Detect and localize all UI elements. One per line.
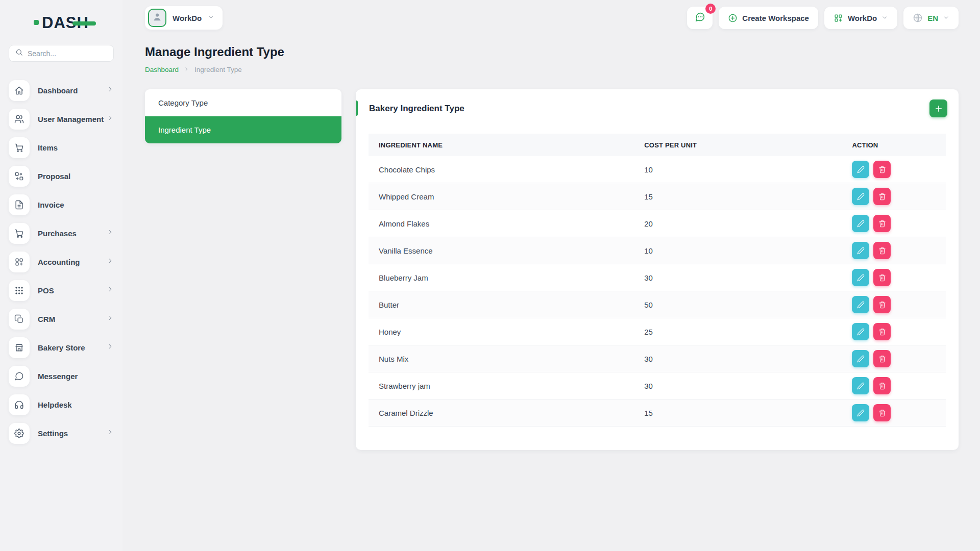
sidebar-item-items[interactable]: Items	[9, 133, 114, 162]
trash-icon	[878, 166, 886, 173]
delete-button[interactable]	[873, 242, 891, 259]
delete-button[interactable]	[873, 188, 891, 205]
chat-icon	[14, 371, 24, 381]
type-panel-item-ingredient-type[interactable]: Ingredient Type	[145, 116, 341, 143]
sidebar-item-user-management[interactable]: User Management	[9, 105, 114, 133]
table-row: Chocolate Chips 10	[369, 156, 946, 183]
ingredient-name-cell: Caramel Drizzle	[369, 399, 634, 427]
table-row: Whipped Cream 15	[369, 183, 946, 210]
trash-icon	[878, 193, 886, 201]
trash-icon	[878, 247, 886, 255]
edit-button[interactable]	[852, 242, 869, 259]
copy-icon	[14, 314, 24, 324]
sidebar-item-label: Accounting	[38, 258, 107, 266]
store-icon	[14, 343, 24, 353]
workspace-selector[interactable]: WorkDo	[145, 6, 223, 30]
sidebar-item-proposal[interactable]: Proposal	[9, 162, 114, 190]
app-switcher-label: WorkDo	[848, 14, 877, 22]
logo-dot-icon	[34, 20, 39, 25]
edit-button[interactable]	[852, 269, 869, 286]
delete-button[interactable]	[873, 404, 891, 421]
sidebar-item-purchases[interactable]: Purchases	[9, 219, 114, 247]
chevron-right-icon	[107, 314, 114, 323]
edit-button[interactable]	[852, 404, 869, 421]
sidebar-item-accounting[interactable]: Accounting	[9, 247, 114, 276]
chevron-right-icon	[107, 257, 114, 266]
sidebar-search	[9, 45, 114, 62]
invoice-icon	[14, 200, 24, 210]
cost-per-unit-cell: 50	[634, 291, 842, 318]
table-row: Nuts Mix 30	[369, 345, 946, 372]
ingredient-name-cell: Honey	[369, 318, 634, 345]
sidebar-item-dashboard[interactable]: Dashboard	[9, 76, 114, 105]
sidebar-item-bakery-store[interactable]: Bakery Store	[9, 333, 114, 362]
sidebar-item-label: Dashboard	[38, 86, 107, 95]
edit-button[interactable]	[852, 215, 869, 232]
chevron-right-icon	[107, 86, 114, 95]
search-icon	[15, 48, 23, 58]
proposal-icon	[14, 171, 24, 181]
sidebar-item-crm[interactable]: CRM	[9, 305, 114, 333]
delete-button[interactable]	[873, 377, 891, 394]
delete-button[interactable]	[873, 269, 891, 286]
sidebar-item-pos[interactable]: POS	[9, 276, 114, 305]
trash-icon	[878, 274, 886, 282]
breadcrumb-current: Ingredient Type	[194, 66, 242, 73]
delete-button[interactable]	[873, 350, 891, 367]
edit-button[interactable]	[852, 296, 869, 313]
edit-button[interactable]	[852, 377, 869, 394]
app-switcher-button[interactable]: WorkDo	[824, 7, 897, 29]
col-header-cost: COST PER UNIT	[634, 134, 842, 156]
sidebar-item-label: Bakery Store	[38, 343, 107, 352]
type-panel-item-category-type[interactable]: Category Type	[145, 89, 341, 116]
chevron-down-icon	[208, 13, 214, 22]
trash-icon	[878, 220, 886, 228]
edit-button[interactable]	[852, 323, 869, 340]
delete-button[interactable]	[873, 296, 891, 313]
language-selector[interactable]: EN	[903, 7, 959, 29]
cost-per-unit-cell: 10	[634, 156, 842, 183]
ingredient-table: INGREDIENT NAME COST PER UNIT ACTION Cho…	[369, 134, 946, 427]
globe-icon	[913, 13, 923, 23]
person-icon	[152, 11, 163, 24]
sidebar: DASH Dashboard User Management Items Pro…	[0, 0, 122, 551]
trash-icon	[878, 301, 886, 309]
app-logo[interactable]: DASH	[9, 11, 114, 34]
card-accent-bar	[356, 101, 358, 116]
pencil-icon	[857, 355, 865, 363]
chevron-down-icon	[943, 14, 949, 22]
edit-button[interactable]	[852, 161, 869, 178]
trash-icon	[878, 328, 886, 336]
chevron-right-icon	[107, 286, 114, 295]
cost-per-unit-cell: 20	[634, 210, 842, 237]
sidebar-item-messenger[interactable]: Messenger	[9, 362, 114, 390]
trash-icon	[878, 382, 886, 390]
add-ingredient-button[interactable]	[929, 99, 947, 117]
delete-button[interactable]	[873, 215, 891, 232]
sidebar-item-label: CRM	[38, 315, 107, 323]
sidebar-item-invoice[interactable]: Invoice	[9, 190, 114, 219]
breadcrumb-dashboard-link[interactable]: Dashboard	[145, 66, 179, 73]
edit-button[interactable]	[852, 350, 869, 367]
delete-button[interactable]	[873, 161, 891, 178]
workspace-name: WorkDo	[173, 14, 202, 22]
messages-button[interactable]: 0	[687, 7, 713, 29]
pencil-icon	[857, 220, 865, 228]
search-input[interactable]	[28, 49, 107, 58]
cost-per-unit-cell: 25	[634, 318, 842, 345]
grid-plus-icon	[14, 257, 24, 267]
ingredient-name-cell: Whipped Cream	[369, 183, 634, 210]
table-row: Butter 50	[369, 291, 946, 318]
cart-icon	[14, 229, 24, 238]
pencil-icon	[857, 193, 865, 201]
edit-button[interactable]	[852, 188, 869, 205]
table-row: Vanilla Essence 10	[369, 237, 946, 264]
create-workspace-button[interactable]: Create Workspace	[719, 7, 818, 29]
sidebar-item-label: User Management	[38, 115, 107, 123]
delete-button[interactable]	[873, 323, 891, 340]
cost-per-unit-cell: 15	[634, 399, 842, 427]
sidebar-item-label: Items	[38, 143, 107, 152]
topbar-actions: 0 Create Workspace WorkDo EN	[687, 7, 959, 29]
sidebar-item-helpdesk[interactable]: Helpdesk	[9, 390, 114, 419]
sidebar-item-settings[interactable]: Settings	[9, 419, 114, 447]
